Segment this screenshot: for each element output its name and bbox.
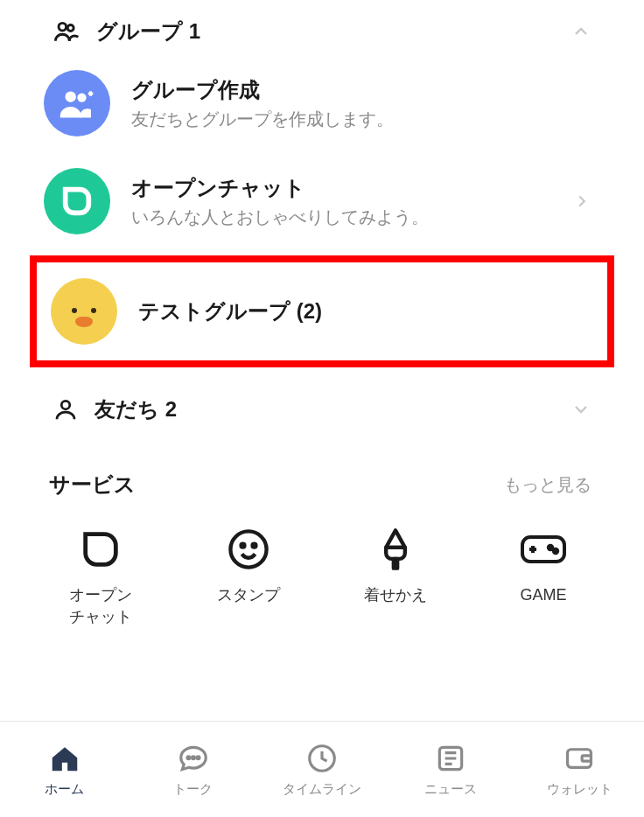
openchat-title: オープンチャット — [131, 174, 429, 202]
service-openchat[interactable]: オープン チャット — [35, 525, 166, 628]
svg-point-13 — [197, 757, 200, 759]
main-content: グループ 1 グループ作成 友だちとグループを作成します。 — [0, 0, 644, 759]
clock-icon — [304, 741, 340, 776]
service-theme[interactable]: 着せかえ — [330, 525, 461, 628]
highlight-annotation: テストグループ (2) — [30, 255, 614, 367]
groups-section-header[interactable]: グループ 1 — [0, 0, 644, 54]
openchat-sub: いろんな人とおしゃべりしてみよう。 — [131, 206, 429, 229]
service-theme-label: 着せかえ — [364, 584, 427, 606]
tab-news[interactable]: ニュース — [387, 722, 515, 817]
test-group-text: テストグループ (2) — [138, 297, 322, 325]
openchat-icon — [76, 525, 125, 574]
smile-icon — [224, 525, 273, 574]
bottom-tab-bar: ホーム トーク タイムライン ニュース — [0, 721, 644, 817]
svg-point-9 — [549, 546, 552, 549]
person-icon — [52, 396, 79, 422]
test-group-title: テストグループ (2) — [138, 297, 322, 325]
svg-point-6 — [241, 544, 244, 548]
svg-point-0 — [59, 23, 66, 31]
tab-wallet[interactable]: ウォレット — [515, 722, 644, 817]
gamepad-icon — [519, 525, 568, 574]
service-game-label: GAME — [520, 584, 566, 606]
services-grid: オープン チャット スタンプ 着せかえ — [0, 507, 644, 654]
tab-talk-label: トーク — [173, 781, 213, 798]
services-header: サービス もっと見る — [0, 432, 644, 507]
news-icon — [433, 741, 468, 776]
wallet-icon — [562, 741, 597, 776]
tab-home-label: ホーム — [45, 781, 84, 798]
svg-point-5 — [230, 531, 266, 567]
svg-point-4 — [61, 401, 70, 409]
tab-wallet-label: ウォレット — [547, 781, 612, 798]
svg-point-3 — [77, 93, 86, 101]
service-game[interactable]: GAME — [478, 525, 609, 628]
services-title: サービス — [49, 471, 136, 499]
test-group-row[interactable]: テストグループ (2) — [37, 262, 607, 360]
svg-rect-16 — [568, 750, 592, 768]
chevron-up-icon — [570, 21, 592, 42]
create-group-row[interactable]: グループ作成 友だちとグループを作成します。 — [0, 54, 644, 152]
openchat-text: オープンチャット いろんな人とおしゃべりしてみよう。 — [131, 174, 429, 229]
tab-news-label: ニュース — [424, 781, 477, 798]
create-group-title: グループ作成 — [131, 76, 394, 104]
create-group-text: グループ作成 友だちとグループを作成します。 — [131, 76, 394, 131]
sally-avatar — [51, 278, 117, 345]
openchat-row[interactable]: オープンチャット いろんな人とおしゃべりしてみよう。 — [0, 152, 644, 250]
chevron-down-icon — [570, 399, 592, 420]
tab-home[interactable]: ホーム — [0, 722, 129, 817]
svg-point-10 — [554, 549, 557, 553]
service-openchat-label: オープン チャット — [69, 584, 132, 628]
svg-point-12 — [192, 757, 194, 759]
tab-timeline[interactable]: タイムライン — [257, 722, 386, 817]
create-group-avatar — [44, 70, 110, 136]
create-group-sub: 友だちとグループを作成します。 — [131, 108, 394, 131]
friends-header-label: 友だち 2 — [94, 395, 177, 423]
svg-rect-17 — [583, 756, 592, 761]
svg-point-2 — [65, 91, 75, 101]
home-icon — [47, 741, 82, 776]
openchat-avatar — [44, 168, 110, 234]
tab-timeline-label: タイムライン — [283, 781, 361, 798]
chat-icon — [176, 741, 211, 776]
tab-talk[interactable]: トーク — [129, 722, 257, 817]
svg-point-1 — [67, 25, 74, 31]
services-more-link[interactable]: もっと見る — [504, 473, 592, 497]
service-stamp[interactable]: スタンプ — [183, 525, 314, 628]
chevron-right-icon — [572, 192, 592, 211]
groups-header-label: グループ 1 — [96, 17, 200, 45]
brush-icon — [371, 525, 420, 574]
svg-point-7 — [252, 544, 256, 548]
svg-point-11 — [187, 757, 190, 759]
friends-section-header[interactable]: 友だち 2 — [0, 373, 644, 432]
service-stamp-label: スタンプ — [217, 584, 280, 606]
people-icon — [52, 17, 80, 45]
